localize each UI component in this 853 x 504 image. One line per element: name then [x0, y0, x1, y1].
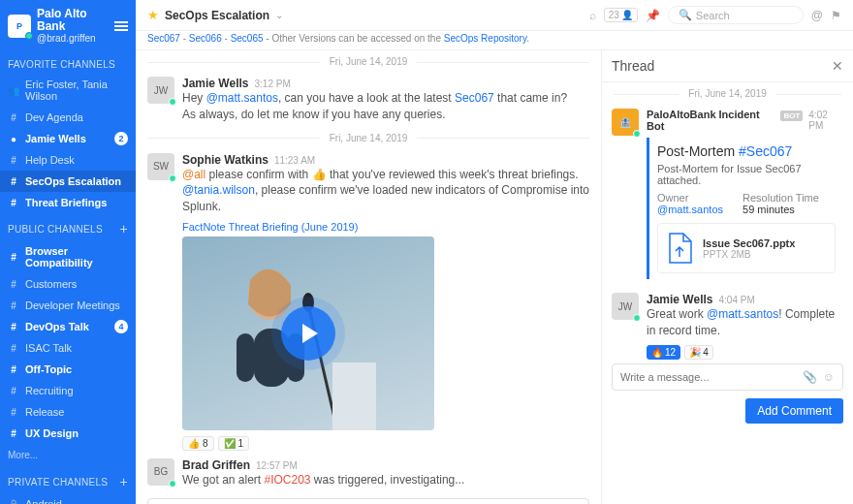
card-subtitle: Post-Mortem for Issue Sec067 attached. [657, 163, 836, 186]
chevron-down-icon[interactable]: ⌄ [275, 10, 283, 20]
emoji-icon[interactable]: ☺ [823, 370, 835, 384]
sidebar-item-customers[interactable]: #Customers [0, 273, 136, 295]
sidebar-item-jamie-wells[interactable]: ●Jamie Wells2 [0, 128, 136, 149]
sidebar-item-recruiting[interactable]: #Recruiting [0, 380, 136, 401]
card-title: Post-Mortem #Sec067 [657, 143, 836, 159]
date-divider: Fri, June 14, 2019 [602, 82, 853, 105]
timestamp: 4:02 PM [808, 110, 843, 131]
play-icon[interactable] [281, 306, 335, 361]
reaction[interactable]: 🔥12 [647, 345, 680, 360]
message-text: Hey @matt.santos, can you have a look at… [182, 90, 589, 107]
message-text: Great work @matt.santos! Complete in rec… [647, 306, 843, 339]
sidebar-item-isac[interactable]: #ISAC Talk [0, 337, 136, 359]
message-text: As always, do let me know if you have an… [182, 107, 589, 123]
author: Brad Griffen [182, 458, 250, 472]
badge: 2 [114, 132, 128, 145]
sidebar-item-release[interactable]: #Release [0, 401, 136, 423]
message-feed[interactable]: Fri, June 14, 2019 JW Jamie Wells3:12 PM… [136, 50, 601, 504]
add-comment-button[interactable]: Add Comment [745, 398, 843, 424]
sidebar-item-devmeet[interactable]: #Developer Meetings [0, 295, 136, 316]
more-link[interactable]: More... [0, 444, 136, 466]
avatar[interactable]: SW [147, 153, 174, 180]
sidebar-item-threat[interactable]: #Threat Briefings [0, 192, 136, 213]
sidebar-item-dev-agenda[interactable]: #Dev Agenda [0, 107, 136, 128]
owner-link[interactable]: @matt.santos [657, 204, 723, 215]
date-divider: Fri, June 14, 2019 [136, 50, 601, 73]
badge: 4 [114, 320, 128, 333]
timestamp: 12:57 PM [256, 460, 298, 471]
reaction[interactable]: 🎉4 [684, 345, 713, 360]
org-handle: @brad.griffen [37, 33, 109, 44]
author: Jamie Wells [182, 77, 248, 90]
thread-icon[interactable]: ⌕ [589, 9, 596, 22]
section-favorite: FAVORITE CHANNELS [0, 51, 136, 74]
video-thumbnail[interactable] [182, 236, 434, 430]
sidebar-item-browser[interactable]: #Browser Compatibility [0, 240, 136, 273]
message-text: We got an alert #IOC203 was triggered, i… [182, 472, 589, 488]
message-text: @all please confirm with 👍 that you've r… [182, 167, 589, 183]
bot-tag: BOT [780, 110, 803, 121]
org-name: Palo Alto Bank [37, 8, 109, 33]
member-count[interactable]: 23 👤 [604, 8, 638, 22]
timestamp: 4:04 PM [718, 295, 754, 305]
message-input[interactable]: 📎 ☺ [147, 498, 589, 504]
section-private: PRIVATE CHANNELS+ [0, 466, 136, 493]
section-public: PUBLIC CHANNELS+ [0, 213, 136, 240]
search-input[interactable]: 🔍 Search [668, 6, 804, 24]
bot-name: PaloAltoBank Incident Bot [647, 109, 774, 132]
thread-title: Thread [612, 58, 654, 74]
thread-input[interactable]: 📎 ☺ [612, 363, 843, 391]
file-attachment[interactable]: Issue Sec067.pptxPPTX 2MB [657, 223, 836, 273]
attach-icon[interactable]: 📎 [803, 370, 817, 384]
sidebar-item-ux[interactable]: #UX Design [0, 423, 136, 444]
star-icon[interactable]: ★ [147, 8, 159, 22]
message-text: @tania.wilson, please confirm we've load… [182, 182, 589, 215]
sidebar-item-devops[interactable]: #DevOps Talk4 [0, 316, 136, 337]
channel-title: SecOps Escalation [165, 9, 269, 22]
message: JW Jamie Wells3:12 PM Hey @matt.santos, … [136, 73, 601, 127]
channel-subheader: Sec067 - Sec066 - Sec065 - Other Version… [136, 31, 853, 50]
thread-header: Thread ✕ [602, 50, 853, 82]
author: Sophie Watkins [182, 153, 269, 167]
sidebar: P Palo Alto Bank @brad.griffen FAVORITE … [0, 0, 136, 504]
date-divider: Fri, June 14, 2019 [136, 127, 601, 149]
message: SW Sophie Watkins11:23 AM @all please co… [136, 149, 601, 455]
add-private-icon[interactable]: + [120, 474, 128, 489]
org-header: P Palo Alto Bank @brad.griffen [0, 0, 136, 51]
add-public-icon[interactable]: + [120, 221, 128, 236]
avatar[interactable]: JW [147, 77, 174, 104]
svg-rect-2 [237, 333, 254, 382]
reaction[interactable]: ✅1 [218, 436, 250, 451]
timestamp: 11:23 AM [274, 155, 315, 166]
incident-card: Post-Mortem #Sec067 Post-Mortem for Issu… [647, 138, 843, 279]
file-meta: PPTX 2MB [703, 249, 795, 260]
close-icon[interactable]: ✕ [832, 58, 843, 74]
pin-icon[interactable]: 📌 [646, 9, 660, 22]
thread-input-field[interactable] [620, 371, 803, 383]
file-name: Issue Sec067.pptx [703, 237, 795, 249]
svg-rect-6 [332, 362, 376, 430]
message: BG Brad Griffen12:57 PM We got an alert … [136, 455, 601, 492]
mention-icon[interactable]: @ [811, 9, 823, 22]
reaction[interactable]: 👍8 [182, 436, 214, 451]
sidebar-item-secops[interactable]: #SecOps Escalation [0, 171, 136, 192]
sidebar-item-help-desk[interactable]: #Help Desk [0, 149, 136, 171]
bot-avatar[interactable]: 🏦 [612, 109, 639, 136]
sidebar-item-eric-tania[interactable]: 👥Eric Foster, Tania Wilson [0, 74, 136, 107]
avatar[interactable]: BG [147, 458, 174, 486]
main-area: ★ SecOps Escalation ⌄ ⌕ 23 👤 📌 🔍 Search … [136, 0, 853, 504]
sidebar-item-offtopic[interactable]: #Off-Topic [0, 359, 136, 380]
org-avatar[interactable]: P [8, 15, 31, 38]
avatar[interactable]: JW [612, 293, 639, 320]
sidebar-item-android[interactable]: 🔒Android [0, 493, 136, 504]
author: Jamie Wells [647, 293, 712, 306]
resolution-time: 59 minutes [742, 204, 819, 215]
timestamp: 3:12 PM [254, 79, 290, 89]
menu-icon[interactable] [114, 19, 128, 33]
thread-panel: Thread ✕ Fri, June 14, 2019 🏦 PaloAltoBa… [601, 50, 853, 504]
attachment-title[interactable]: FactNote Threat Briefing (June 2019) [182, 221, 589, 233]
channel-header: ★ SecOps Escalation ⌄ ⌕ 23 👤 📌 🔍 Search … [136, 0, 853, 31]
flag-icon[interactable]: ⚑ [831, 9, 841, 22]
